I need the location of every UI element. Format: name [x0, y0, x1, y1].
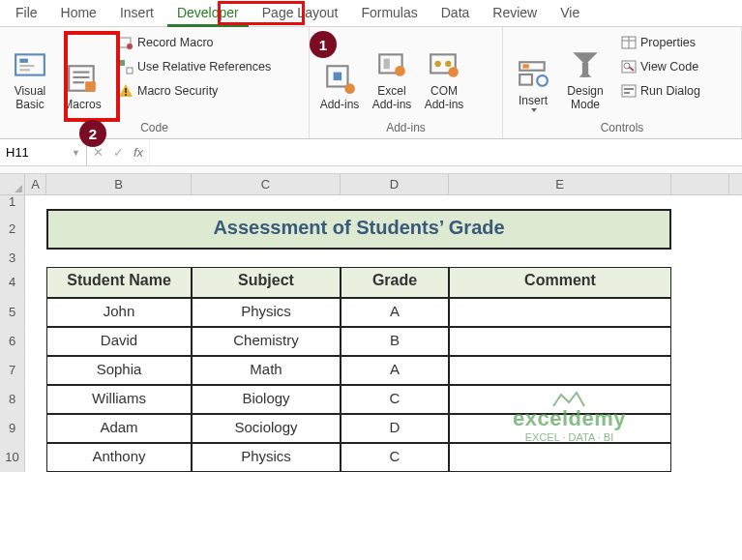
table-cell[interactable]: John [46, 298, 192, 327]
name-box-dropdown-icon[interactable]: ▼ [72, 148, 80, 158]
properties-label: Properties [640, 36, 696, 49]
tab-page-layout[interactable]: Page Layout [251, 0, 350, 26]
visual-basic-button[interactable]: Visual Basic [6, 31, 54, 114]
excel-addins-button[interactable]: Excel Add-ins [368, 31, 416, 114]
row-header-6[interactable]: 6 [0, 327, 25, 356]
svg-rect-1 [19, 59, 28, 63]
group-label-addins: Add-ins [315, 119, 496, 136]
row-header-1[interactable]: 1 [0, 195, 25, 209]
macros-label: Macros [63, 99, 101, 112]
record-macro-button[interactable]: Record Macro [114, 31, 275, 54]
table-cell[interactable]: C [341, 443, 449, 472]
select-all-triangle[interactable] [0, 174, 25, 194]
macros-button[interactable]: Macros [58, 31, 106, 114]
insert-control-button[interactable]: Insert [509, 31, 557, 114]
record-macro-icon [118, 35, 134, 50]
tab-formulas[interactable]: Formulas [349, 0, 429, 26]
svg-rect-38 [622, 85, 636, 97]
table-cell[interactable]: Anthony [46, 443, 192, 472]
name-box[interactable]: ▼ [0, 139, 87, 165]
table-cell[interactable]: Williams [46, 385, 192, 414]
table-cell[interactable] [449, 443, 671, 472]
svg-point-29 [537, 75, 548, 86]
design-mode-button[interactable]: Design Mode [561, 31, 609, 114]
worksheet[interactable]: A B C D E 1 2 Assessment of Students’ Gr… [0, 174, 742, 472]
row-header-2[interactable]: 2 [0, 209, 25, 250]
view-code-button[interactable]: View Code [617, 55, 704, 78]
table-cell[interactable]: A [341, 356, 449, 385]
row-header-3[interactable]: 3 [0, 250, 25, 267]
col-header-C[interactable]: C [192, 174, 341, 194]
table-cell[interactable]: C [341, 385, 449, 414]
table-cell[interactable]: D [341, 414, 449, 443]
table-cell[interactable]: Sophia [46, 356, 192, 385]
svg-marker-32 [579, 72, 592, 77]
addins-label: Add-ins [320, 99, 360, 112]
row-header-4[interactable]: 4 [0, 267, 25, 298]
table-header-comment: Comment [449, 267, 671, 298]
properties-button[interactable]: Properties [617, 31, 704, 54]
accept-formula-icon[interactable]: ✓ [113, 145, 124, 160]
visual-basic-icon [14, 48, 46, 81]
com-addins-label: COM Add-ins [422, 85, 466, 112]
name-box-input[interactable] [6, 145, 72, 160]
column-headers: A B C D E [0, 174, 742, 195]
row-header-8[interactable]: 8 [0, 385, 25, 414]
table-cell[interactable] [449, 385, 671, 414]
svg-point-10 [127, 44, 133, 49]
tab-file[interactable]: File [4, 0, 49, 26]
svg-rect-2 [19, 65, 34, 67]
tab-view[interactable]: Vie [549, 0, 591, 26]
table-cell[interactable]: Physics [192, 443, 341, 472]
table-cell[interactable]: David [46, 327, 192, 356]
row-header-9[interactable]: 9 [0, 414, 25, 443]
table-cell[interactable]: Adam [46, 414, 192, 443]
svg-rect-15 [125, 94, 127, 96]
ribbon-group-addins: Add-ins Excel Add-ins COM Add-ins Add-in… [310, 27, 503, 138]
cancel-formula-icon[interactable]: ✕ [93, 145, 104, 160]
macro-security-button[interactable]: Macro Security [114, 79, 275, 103]
table-cell[interactable]: Math [192, 356, 341, 385]
col-header-D[interactable]: D [341, 174, 449, 194]
row-header-10[interactable]: 10 [0, 443, 25, 472]
use-relative-references-button[interactable]: Use Relative References [114, 55, 275, 78]
col-header-A[interactable]: A [25, 174, 46, 194]
table-cell[interactable] [449, 414, 671, 443]
excel-addins-label: Excel Add-ins [370, 85, 414, 112]
svg-rect-11 [119, 60, 125, 66]
run-dialog-button[interactable]: Run Dialog [617, 79, 704, 103]
macro-security-label: Macro Security [137, 84, 218, 98]
tab-insert[interactable]: Insert [108, 0, 165, 26]
table-cell[interactable]: Physics [192, 298, 341, 327]
com-addins-button[interactable]: COM Add-ins [420, 31, 468, 114]
insert-control-label: Insert [519, 95, 548, 108]
svg-rect-12 [127, 68, 133, 74]
table-cell[interactable]: Sociology [192, 414, 341, 443]
svg-point-23 [434, 61, 440, 67]
tab-review[interactable]: Review [481, 0, 549, 26]
table-header-grade: Grade [341, 267, 449, 298]
table-cell[interactable] [449, 356, 671, 385]
tab-data[interactable]: Data [430, 0, 482, 26]
row-header-5[interactable]: 5 [0, 298, 25, 327]
table-cell[interactable] [449, 298, 671, 327]
table-cell[interactable]: B [341, 327, 449, 356]
ribbon: Visual Basic Macros Record Macro Use Rel… [0, 27, 742, 139]
col-header-B[interactable]: B [46, 174, 192, 194]
relative-references-icon [118, 59, 134, 74]
run-dialog-label: Run Dialog [640, 84, 700, 98]
tab-developer[interactable]: Developer [165, 0, 251, 26]
table-cell[interactable]: A [341, 298, 449, 327]
fx-icon[interactable]: fx [134, 145, 143, 160]
col-header-E[interactable]: E [449, 174, 671, 194]
insert-control-icon [517, 58, 549, 91]
row-header-7[interactable]: 7 [0, 356, 25, 385]
table-cell[interactable] [449, 327, 671, 356]
col-header-extra[interactable] [671, 174, 729, 194]
use-relative-references-label: Use Relative References [137, 60, 271, 74]
table-cell[interactable]: Biology [192, 385, 341, 414]
tab-home[interactable]: Home [49, 0, 108, 26]
svg-rect-27 [519, 74, 532, 85]
table-cell[interactable]: Chemistry [192, 327, 341, 356]
callout-badge-2: 2 [79, 120, 106, 147]
